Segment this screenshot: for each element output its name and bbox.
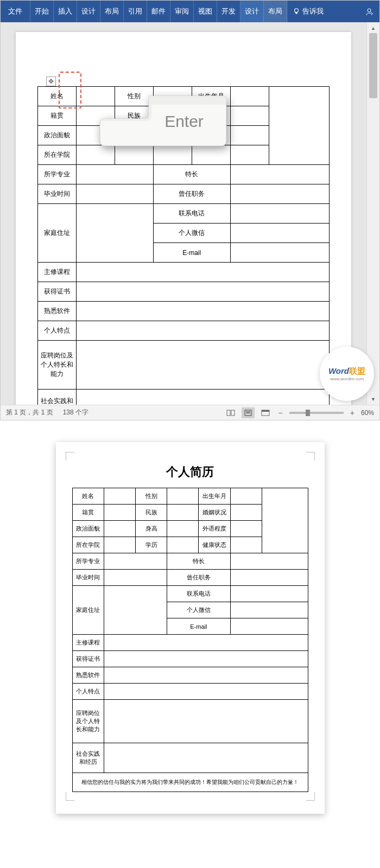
cell-college-label[interactable]: 所在学院 — [38, 145, 77, 165]
svg-point-2 — [368, 9, 371, 12]
cell-major-label[interactable]: 所学专业 — [38, 165, 77, 184]
svg-rect-1 — [295, 12, 297, 14]
status-bar: 第 1 页，共 1 页 138 个字 − + 60% — [1, 405, 379, 420]
cell-address-label[interactable]: 家庭住址 — [38, 204, 77, 263]
ribbon-tab-references[interactable]: 引用 — [124, 1, 147, 22]
cell-position-label[interactable]: 曾任职务 — [153, 184, 230, 204]
ribbon-tab-review[interactable]: 审阅 — [170, 1, 194, 22]
crop-mark-bl — [66, 792, 74, 801]
crop-mark-tr — [306, 452, 315, 461]
preview-title: 个人简历 — [72, 464, 308, 480]
svg-rect-5 — [231, 410, 235, 416]
zoom-percent[interactable]: 60% — [361, 409, 374, 417]
cell-political-label[interactable]: 政治面貌 — [38, 126, 77, 145]
cell-apply-label[interactable]: 应聘岗位及个人特长和能力 — [38, 341, 77, 390]
ribbon-tab-developer[interactable]: 开发 — [217, 1, 240, 22]
cell-cert-label[interactable]: 获得证书 — [38, 282, 77, 302]
ribbon-tab-table-layout[interactable]: 布局 — [264, 1, 287, 22]
status-wordcount[interactable]: 138 个字 — [63, 408, 88, 417]
cell-gradtime-label[interactable]: 毕业时间 — [38, 184, 77, 204]
tell-me-label: 告诉我 — [302, 7, 324, 16]
zoom-slider[interactable] — [289, 412, 344, 414]
svg-rect-4 — [227, 410, 230, 416]
scroll-down-arrow[interactable]: ▼ — [369, 395, 377, 403]
vertical-scrollbar[interactable]: ▲ ▼ — [366, 22, 379, 405]
view-read-mode[interactable] — [224, 407, 237, 418]
cell-traits-label[interactable]: 个人特点 — [38, 321, 77, 341]
watermark-badge: Word联盟 www.wordlm.com — [320, 347, 374, 401]
cell-birth-value[interactable] — [230, 87, 269, 106]
enter-key-illustration: Enter — [97, 92, 227, 173]
scroll-thumb[interactable] — [369, 33, 377, 98]
word-app-window: 文件 开始 插入 设计 布局 引用 邮件 审阅 视图 开发 设计 布局 告诉我 … — [0, 0, 380, 420]
cell-wechat-label[interactable]: 个人微信 — [153, 224, 230, 243]
ribbon-tab-table-design[interactable]: 设计 — [240, 1, 264, 22]
svg-rect-10 — [262, 410, 269, 412]
ribbon-tab-mailings[interactable]: 邮件 — [147, 1, 170, 22]
zoom-slider-thumb[interactable] — [306, 410, 310, 416]
ribbon-file-tab[interactable]: 文件 — [1, 1, 30, 22]
ribbon-share[interactable] — [361, 7, 379, 16]
cell-courses-label[interactable]: 主修课程 — [38, 263, 77, 282]
cell-phone-label[interactable]: 联系电话 — [153, 204, 230, 224]
watermark-url: www.wordlm.com — [330, 376, 364, 381]
svg-text:Enter: Enter — [164, 112, 204, 130]
tell-me-box[interactable]: 告诉我 — [287, 7, 329, 16]
table-move-handle[interactable]: ✥ — [46, 76, 56, 86]
scroll-up-arrow[interactable]: ▲ — [369, 24, 377, 32]
ribbon-tab-home[interactable]: 开始 — [30, 1, 54, 22]
status-page[interactable]: 第 1 页，共 1 页 — [6, 408, 53, 417]
zoom-in-button[interactable]: + — [348, 409, 357, 417]
crop-mark-br — [306, 792, 315, 801]
share-icon — [365, 7, 375, 16]
cell-photo[interactable] — [269, 87, 329, 165]
ribbon-tab-view[interactable]: 视图 — [194, 1, 217, 22]
ribbon-tab-layout[interactable]: 布局 — [100, 1, 124, 22]
preview-page: 个人简历 姓名 性别 出生年月 籍贯民族婚姻状况 政治面貌身高外语程度 所在学院… — [56, 442, 325, 814]
preview-resume-table: 姓名 性别 出生年月 籍贯民族婚姻状况 政治面貌身高外语程度 所在学院学历健康状… — [72, 488, 308, 792]
cell-email-label[interactable]: E-mail — [153, 243, 230, 263]
preview-container: 个人简历 姓名 性别 出生年月 籍贯民族婚姻状况 政治面貌身高外语程度 所在学院… — [0, 420, 380, 835]
lightbulb-icon — [293, 8, 300, 15]
preview-footer-text: 相信您的信任与我的实力将为我们带来共同的成功！希望我能为咱们公司贡献自己的力量！ — [72, 773, 308, 792]
view-web-layout[interactable] — [259, 407, 272, 418]
document-canvas[interactable]: ✥ 姓名 性别 出生年月 籍贯 民族 况 政治面貌 — [1, 22, 366, 405]
view-print-layout[interactable] — [242, 407, 255, 418]
svg-point-0 — [295, 9, 299, 12]
ribbon-tab-insert[interactable]: 插入 — [54, 1, 77, 22]
highlight-dashed-box — [59, 72, 81, 108]
cell-experience-label[interactable]: 社会实践和经历 — [38, 390, 77, 405]
document-page[interactable]: ✥ 姓名 性别 出生年月 籍贯 民族 况 政治面貌 — [16, 32, 351, 405]
ribbon-tab-design[interactable]: 设计 — [77, 1, 100, 22]
watermark-brand: Word联盟 — [328, 366, 365, 376]
ribbon: 文件 开始 插入 设计 布局 引用 邮件 审阅 视图 开发 设计 布局 告诉我 — [1, 1, 379, 22]
cell-software-label[interactable]: 熟悉软件 — [38, 302, 77, 321]
crop-mark-tl — [66, 452, 74, 461]
zoom-out-button[interactable]: − — [276, 409, 285, 417]
cell-place-label[interactable]: 籍贯 — [38, 106, 77, 126]
